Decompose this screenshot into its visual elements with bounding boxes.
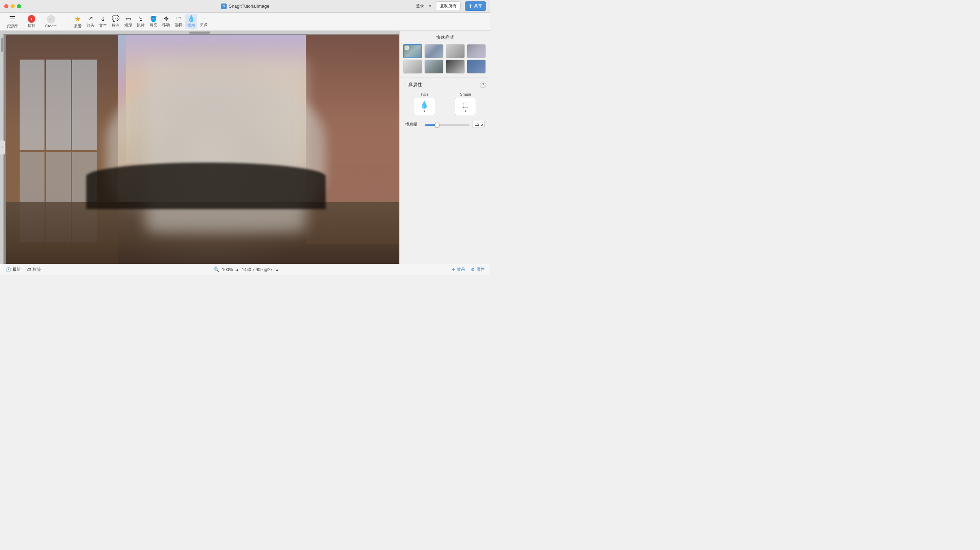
canvas-collapse-left[interactable]: ‹ [0,140,5,155]
tool-label-move: 移动 [162,22,170,28]
window-title: SnagitTutorialImage [229,3,269,9]
arrow-icon: ↗ [88,15,93,23]
effects-label: 效果 [457,266,465,273]
style-preview-5 [404,60,422,73]
toolbar-label-library: 资源库 [6,24,18,29]
tool-arrow[interactable]: ↗ 箭头 [84,14,96,29]
properties-button[interactable]: ⚙ 属性 [471,266,485,273]
style-thumb-3[interactable] [446,44,465,58]
blur-amount-label: 模糊量： [405,121,422,128]
tool-label-text: 文本 [99,23,107,28]
app-icon: S [221,3,227,9]
tool-rectangle[interactable]: ▭ 矩形 [122,15,134,29]
properties-label: 属性 [476,266,485,273]
quick-styles-title: 快速样式 [403,34,487,41]
zoom-value: 100% [222,267,233,272]
shape-selector[interactable]: ▢ ▼ [455,98,476,115]
menu-icon: ☰ [9,15,16,23]
canvas-area[interactable]: ‹ [0,31,399,264]
tool-label-rectangle: 矩形 [124,22,132,28]
share-button[interactable]: ⬆ 共享 [465,2,486,11]
capture-icon: ● [28,15,35,23]
tag-label: 标签 [33,266,41,273]
login-label[interactable]: 登录 [416,3,424,9]
recent-label: 最近 [13,266,21,273]
toolbar-separator [68,15,69,28]
move-icon: ✥ [164,15,169,22]
tool-properties: 工具属性 ? Type 💧 ▼ Shape ▢ ▼ [399,77,490,264]
recent-icon: 🕐 [6,267,11,272]
style-preview-6 [425,60,443,73]
style-fav-icon: ✕ [404,46,410,51]
tool-select[interactable]: ⬚ 选择 [173,15,185,29]
minimize-button[interactable] [11,4,15,8]
toolbar-item-library[interactable]: ☰ 资源库 [4,14,20,29]
tool-move[interactable]: ✥ 移动 [160,15,172,29]
toolbar-item-capture[interactable]: ● 捕获 [25,14,38,29]
callout-icon: 💬 [112,15,119,23]
effects-button[interactable]: ✦ 效果 [452,266,465,273]
title-bar: S SnagitTutorialImage 登录 ▼ 复制所有 ⬆ 共享 [0,0,490,13]
dimensions-arrow-icon: ▲ [275,268,279,271]
share-icon: ⬆ [469,3,473,9]
tool-label-select: 选择 [175,22,183,28]
style-preview-4 [467,45,485,58]
copy-all-button[interactable]: 复制所有 [436,2,461,11]
shape-square-icon: ▢ [462,100,469,109]
tool-more[interactable]: ··· 更多 [198,15,210,28]
fill-icon: 🪣 [150,15,157,22]
type-arrow-icon: ▼ [423,110,426,113]
title-bar-right: 登录 ▼ 复制所有 ⬆ 共享 [416,2,486,11]
status-recent[interactable]: 🕐 最近 [6,266,21,273]
tool-label-mouse: 鼠标 [137,22,145,28]
status-right: ✦ 效果 ⚙ 属性 [452,266,485,273]
style-thumb-5[interactable] [403,59,422,73]
style-thumb-2[interactable] [425,44,444,58]
toolbar-label-capture: 捕获 [28,23,35,29]
mouse-icon: 🖱 [138,15,143,22]
blur-amount-row: 模糊量： 12.5 [404,121,486,128]
close-button[interactable] [4,4,8,8]
svg-text:✕: ✕ [405,46,408,50]
tool-favorite[interactable]: ★ 最爱 [72,14,84,29]
style-thumb-8[interactable] [467,59,486,73]
help-button[interactable]: ? [480,81,486,88]
bridge-element [86,163,326,209]
style-star-icon: ☆ [417,46,421,51]
tool-label-arrow: 箭头 [86,23,94,28]
toolbar-tools: ★ 最爱 ↗ 箭头 a 文本 💬 标注 ▭ 矩形 🖱 鼠标 🪣 填充 ✥ [72,14,210,29]
zoom-arrow-icon: ▲ [236,268,239,271]
style-thumb-1[interactable]: ✕ ☆ [403,44,422,58]
dimensions-value: 1440 x 900 @2x [242,267,273,272]
maximize-button[interactable] [17,4,21,8]
blur-value-display[interactable]: 12.5 [472,121,485,128]
tool-fill[interactable]: 🪣 填充 [148,15,159,29]
tool-label-more: 更多 [200,22,208,27]
select-icon: ⬚ [176,15,181,22]
traffic-lights [4,4,21,8]
toolbar-item-create[interactable]: + Create [43,14,59,29]
type-shape-row: Type 💧 ▼ Shape ▢ ▼ [404,92,486,115]
tool-text[interactable]: a 文本 [97,14,109,29]
style-thumb-6[interactable] [425,59,444,73]
tool-mouse[interactable]: 🖱 鼠标 [135,15,147,29]
rectangle-icon: ▭ [126,15,131,22]
star-icon: ★ [75,15,81,23]
style-preview-2 [425,45,443,58]
style-thumb-7[interactable] [446,59,465,73]
style-thumb-4[interactable] [467,44,486,58]
tool-blur[interactable]: 💧 模糊 [185,14,197,29]
status-tag[interactable]: 🏷 标签 [27,266,41,273]
main-content: ‹ [0,31,490,264]
tool-label-blur: 模糊 [188,23,195,28]
type-selector[interactable]: 💧 ▼ [414,98,435,115]
text-icon: a [102,15,105,23]
style-preview-8 [467,60,485,73]
tool-callout[interactable]: 💬 标注 [110,14,121,29]
blur-slider-container [425,122,469,127]
zoom-icon: 🔍 [214,267,219,272]
style-preview-7 [446,60,465,73]
blur-slider[interactable] [425,124,469,126]
tool-label-fill: 填充 [150,22,157,28]
tool-label-favorite: 最爱 [74,24,82,29]
